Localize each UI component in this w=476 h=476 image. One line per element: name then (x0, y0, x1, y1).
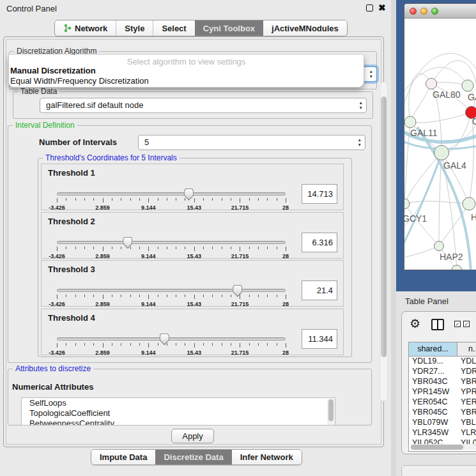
table-cell[interactable]: YER0 (457, 397, 476, 408)
threshold-value-field[interactable]: 6.316 (302, 233, 337, 252)
attributes-group-label: Attributes to discretize (13, 364, 93, 373)
table-row[interactable]: YDR27...YDR2 (409, 367, 476, 377)
table-cell[interactable]: YLR3 (457, 428, 476, 438)
slider-track[interactable] (57, 192, 286, 196)
attribute-list-item[interactable]: BetweennessCentrality (22, 418, 335, 426)
table-cell[interactable]: YDR27... (409, 367, 457, 377)
control-panel-titlebar[interactable]: Control Panel ✖ (0, 0, 391, 17)
table-cell[interactable]: YBR043C (409, 377, 457, 387)
table-cell[interactable]: YBL079W (409, 418, 457, 428)
table-cell[interactable]: YBR0 (457, 408, 476, 418)
panel-scrollbar[interactable] (380, 82, 388, 401)
tab-label: Cyni Toolbox (203, 24, 255, 33)
table-cell[interactable]: YBR045C (409, 408, 457, 418)
table-row[interactable]: YLR345WYLR3 (409, 428, 476, 438)
close-icon[interactable]: ✖ (378, 3, 386, 13)
table-cell[interactable]: YPR145W (409, 387, 457, 397)
node-partial-bottom[interactable] (452, 265, 462, 270)
table-row[interactable]: YER054CYER0 (409, 397, 476, 408)
table-body: YDL19...YDL1YDR27...YDR2YBR043CYBR0YPR14… (409, 357, 476, 451)
tab-network[interactable]: Network (55, 20, 116, 36)
slider-track[interactable] (57, 289, 286, 292)
network-view-window[interactable]: GAL80 GAL11 GAL4 GCY1 HAP2 GA C H (404, 3, 476, 270)
cyni-mode-tabs: Impute Data Discretize Data Infer Networ… (91, 449, 302, 465)
tab-discretize-data[interactable]: Discretize Data (155, 450, 231, 464)
slider-tick-labels: -3.4262.8599.14415.4321.71528 (57, 349, 286, 357)
threshold-slider[interactable]: -3.4262.8599.14415.4321.71528 (57, 335, 286, 357)
node-gal4[interactable] (434, 146, 449, 160)
table-toolbar: ⚙ ✓ ✓ (402, 312, 476, 340)
dropdown-option-equal-width[interactable]: Equal Width/Frequency Discretization (10, 76, 149, 86)
tab-label: Impute Data (100, 452, 147, 462)
columns-icon[interactable] (431, 319, 444, 330)
table-cell[interactable]: YPR1 (457, 387, 476, 397)
column-header-shared-name[interactable]: shared... (409, 342, 457, 356)
slider-ticks (57, 198, 286, 203)
tab-style[interactable]: Style (116, 20, 153, 36)
table-row[interactable]: YPR145WYPR1 (409, 387, 476, 397)
table-h-scrollbar[interactable] (410, 444, 476, 450)
table-cell[interactable]: YDL1 (457, 357, 476, 367)
tab-jactivemnodules[interactable]: jActiveMNodules (263, 20, 347, 36)
table-row[interactable]: YBR043CYBR0 (409, 377, 476, 387)
table-panel: ⚙ ✓ ✓ shared... n... YDL19...YDL1YDR27..… (401, 311, 476, 454)
attributes-group: Attributes to discretize Numerical Attri… (8, 369, 372, 426)
threshold-value-field[interactable]: 11.344 (302, 329, 337, 349)
slider-track[interactable] (57, 241, 286, 244)
table-cell[interactable]: YBR0 (457, 377, 476, 387)
numerical-attributes-list[interactable]: SelfLoopsTopologicalCoefficientBetweenne… (21, 397, 335, 426)
table-cell[interactable]: YER054C (409, 397, 457, 408)
tab-cyni-toolbox[interactable]: Cyni Toolbox (195, 20, 263, 36)
table-data-combobox[interactable]: galFiltered.sif default node ▲▼ (40, 98, 367, 113)
select-all-checkbox-icon[interactable]: ✓ (454, 321, 461, 327)
table-panel-region: Table Panel ⚙ ✓ ✓ shared... n... YDL19..… (396, 291, 476, 476)
threshold-slider[interactable]: -3.4262.8599.14415.4321.71528 (57, 238, 286, 260)
network-window-titlebar[interactable] (404, 4, 476, 19)
apply-button[interactable]: Apply (171, 429, 214, 443)
table-header-row: shared... n... (409, 342, 476, 357)
number-of-intervals-label: Number of Intervals (39, 137, 117, 147)
table-cell[interactable]: YLR345W (409, 428, 457, 438)
table-row[interactable]: YBL079WYBL0 (409, 418, 476, 428)
threshold-value-field[interactable]: 14.713 (302, 184, 337, 204)
zoom-traffic-light-icon[interactable] (431, 8, 438, 15)
slider-track[interactable] (57, 337, 286, 341)
table-h-scrollbar-thumb[interactable] (411, 445, 463, 450)
table-row[interactable]: YDL19...YDL1 (409, 357, 476, 367)
select-none-checkbox-icon[interactable]: ✓ (463, 321, 470, 327)
node-gcy1[interactable] (404, 199, 410, 209)
dropdown-option-manual[interactable]: Manual Discretization (10, 66, 96, 75)
tab-infer-network[interactable]: Infer Network (232, 450, 302, 464)
attribute-list-item[interactable]: SelfLoops (22, 398, 335, 408)
discretization-algorithm-label: Discretization Algorithm (14, 47, 99, 56)
node-hap2[interactable] (434, 242, 444, 251)
network-canvas[interactable]: GAL80 GAL11 GAL4 GCY1 HAP2 GA C H (404, 19, 476, 270)
close-traffic-light-icon[interactable] (410, 8, 417, 15)
threshold-slider[interactable]: -3.4262.8599.14415.4321.71528 (57, 286, 286, 308)
gear-icon[interactable]: ⚙ (410, 316, 420, 331)
tab-select[interactable]: Select (153, 20, 194, 36)
column-header-name[interactable]: n... (457, 342, 476, 356)
tab-label: Style (125, 24, 144, 33)
node-partial-top-right[interactable] (462, 80, 473, 91)
dropdown-hint-option[interactable]: Select algorithm to view settings (9, 57, 364, 66)
node-partial-right[interactable] (463, 197, 475, 210)
minimize-traffic-light-icon[interactable] (420, 8, 427, 15)
table-cell[interactable]: YBL0 (457, 418, 476, 428)
tab-impute-data[interactable]: Impute Data (91, 450, 155, 464)
table-cell[interactable]: YDL19... (409, 357, 457, 367)
node-label-gal80: GAL80 (433, 89, 461, 100)
threshold-slider[interactable]: -3.4262.8599.14415.4321.71528 (57, 190, 286, 211)
attribute-list-item[interactable]: TopologicalCoefficient (22, 408, 335, 418)
threshold-value-field[interactable]: 21.4 (302, 280, 337, 300)
table-row[interactable]: YBR045CYBR0 (409, 408, 476, 418)
float-window-icon[interactable] (366, 4, 373, 12)
panel-scrollbar-thumb[interactable] (381, 96, 387, 357)
node-gal11[interactable] (404, 116, 416, 128)
node-label-gal11: GAL11 (410, 128, 438, 138)
node-gal80[interactable] (426, 79, 437, 89)
table-cell[interactable]: YDR2 (457, 367, 476, 377)
number-of-intervals-combobox[interactable]: 5 ▲▼ (138, 135, 365, 150)
slider-ticks (57, 295, 286, 300)
attributes-scrollbar[interactable] (327, 399, 334, 426)
